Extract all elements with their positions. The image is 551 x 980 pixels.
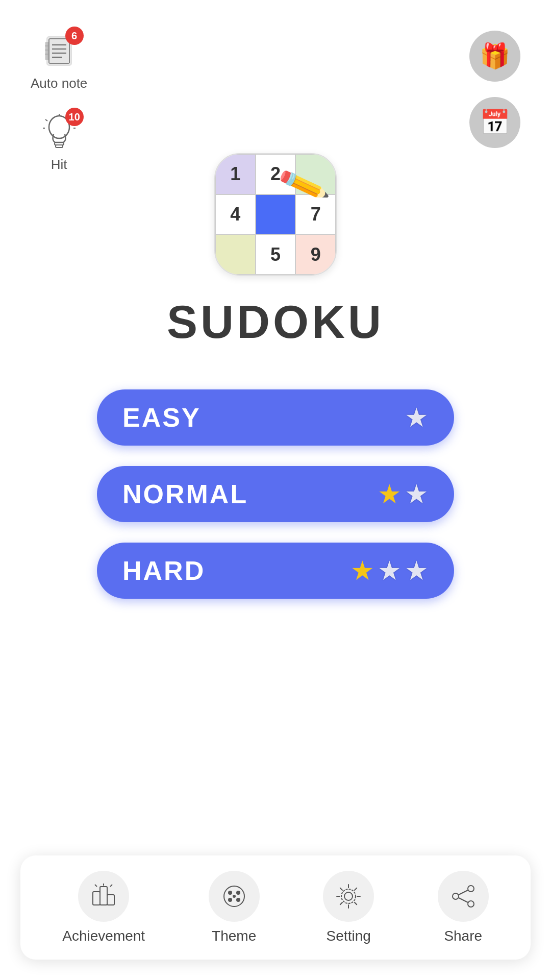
- svg-line-23: [110, 885, 112, 887]
- nav-achievement[interactable]: Achievement: [62, 871, 145, 944]
- svg-rect-18: [100, 887, 107, 905]
- svg-point-28: [236, 898, 240, 902]
- easy-label: EASY: [122, 402, 201, 433]
- svg-point-30: [344, 892, 353, 900]
- theme-icon-circle: [209, 871, 260, 922]
- svg-line-35: [459, 890, 468, 895]
- easy-stars: ★: [405, 402, 429, 433]
- grid-cell-5b: 5: [256, 234, 296, 275]
- svg-point-29: [233, 895, 236, 898]
- share-icon: [449, 883, 477, 910]
- normal-star-2: ★: [405, 479, 429, 509]
- gift-button[interactable]: 🎁: [469, 31, 520, 82]
- nav-theme[interactable]: Theme: [209, 871, 260, 944]
- svg-point-34: [468, 901, 474, 907]
- normal-stars: ★ ★: [378, 479, 429, 509]
- theme-icon: [220, 883, 248, 910]
- hit-label: Hit: [51, 157, 67, 173]
- normal-button[interactable]: NORMAL ★ ★: [97, 466, 454, 522]
- hard-star-3: ★: [405, 555, 429, 586]
- grid-cell-3: [295, 154, 336, 194]
- grid-cell-5: [256, 194, 296, 235]
- share-icon-circle: [438, 871, 489, 922]
- top-left-tools: 6 Auto note 10 Hit: [31, 31, 87, 173]
- hard-stars: ★ ★ ★: [350, 555, 429, 586]
- auto-note-label: Auto note: [31, 76, 87, 91]
- grid-cell-2: 2: [256, 154, 296, 194]
- svg-point-32: [468, 886, 474, 892]
- normal-star-1: ★: [378, 479, 402, 509]
- easy-star-1: ★: [405, 402, 429, 433]
- hit-badge: 10: [65, 108, 84, 126]
- hard-star-2: ★: [378, 555, 402, 586]
- svg-point-26: [236, 891, 240, 895]
- share-label: Share: [444, 928, 482, 944]
- svg-rect-12: [56, 145, 63, 148]
- nav-setting[interactable]: Setting: [323, 871, 374, 944]
- auto-note-badge: 6: [65, 27, 84, 45]
- achievement-icon: [90, 883, 117, 910]
- auto-note-tool[interactable]: 6 Auto note: [31, 31, 87, 91]
- auto-note-icon-wrap: 6: [39, 31, 80, 71]
- svg-point-33: [453, 893, 459, 899]
- svg-rect-6: [45, 42, 49, 60]
- bottom-nav: Achievement Theme Setting: [20, 855, 531, 960]
- app-icon: 1 2 4 7 5 9 ✏️: [214, 153, 337, 276]
- hit-icon-wrap: 10: [39, 112, 80, 153]
- setting-icon: [335, 883, 362, 910]
- svg-rect-19: [93, 892, 100, 905]
- calendar-button[interactable]: 📅: [469, 97, 520, 148]
- svg-line-14: [45, 119, 47, 121]
- theme-label: Theme: [212, 928, 256, 944]
- grid-cell-8: [215, 234, 256, 275]
- grid-cell-7: 7: [295, 194, 336, 235]
- grid-cell-4: 4: [215, 194, 256, 235]
- grid-cell-1: 1: [215, 154, 256, 194]
- hard-button[interactable]: HARD ★ ★ ★: [97, 543, 454, 599]
- svg-point-25: [228, 891, 232, 895]
- nav-share[interactable]: Share: [438, 871, 489, 944]
- top-right-buttons: 🎁 📅: [469, 31, 520, 148]
- achievement-icon-circle: [78, 871, 129, 922]
- svg-line-21: [95, 885, 97, 887]
- svg-rect-20: [107, 895, 114, 905]
- svg-point-27: [228, 898, 232, 902]
- setting-label: Setting: [327, 928, 371, 944]
- achievement-label: Achievement: [62, 928, 145, 944]
- svg-line-36: [459, 898, 468, 902]
- hard-label: HARD: [122, 555, 205, 586]
- normal-label: NORMAL: [122, 479, 248, 509]
- grid-cell-9: 9: [295, 234, 336, 275]
- svg-point-31: [341, 889, 356, 903]
- app-title: SUDOKU: [167, 296, 384, 349]
- hard-star-1: ★: [350, 555, 374, 586]
- difficulty-section: EASY ★ NORMAL ★ ★ HARD ★ ★ ★: [97, 389, 454, 599]
- hit-tool[interactable]: 10 Hit: [39, 112, 80, 173]
- setting-icon-circle: [323, 871, 374, 922]
- easy-button[interactable]: EASY ★: [97, 389, 454, 446]
